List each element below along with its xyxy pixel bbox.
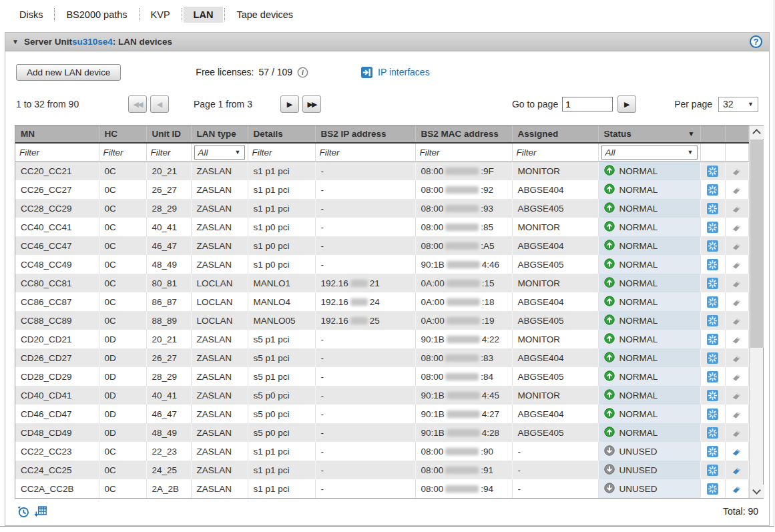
lan-connections-icon[interactable]	[707, 166, 718, 176]
lan-connections-icon[interactable]	[707, 259, 718, 269]
ip-interfaces-link[interactable]: IP interfaces	[360, 66, 430, 79]
lan-connections-icon[interactable]	[707, 315, 718, 325]
cell-ip: -	[315, 199, 415, 218]
reload-history-icon[interactable]	[16, 505, 30, 519]
cell-assigned: MONITOR	[512, 330, 598, 348]
lan-connections-icon[interactable]	[707, 296, 718, 306]
lan-connections-icon[interactable]	[707, 222, 718, 232]
tab-bs2000-paths[interactable]: BS2000 paths	[56, 7, 137, 23]
export-table-icon[interactable]	[34, 505, 48, 519]
filter-input-unit_id[interactable]	[150, 147, 189, 158]
cell-status: UNUSED	[598, 479, 700, 498]
lan-connections-icon[interactable]	[707, 371, 718, 381]
tab-tape-devices[interactable]: Tape devices	[226, 7, 303, 23]
cell-mn: CC22_CC23	[15, 442, 99, 461]
filter-input-hc[interactable]	[102, 147, 144, 158]
filter-select-lan_type[interactable]: All▼	[194, 146, 245, 160]
status-normal-icon	[604, 389, 615, 402]
column-header-details[interactable]: Details	[248, 125, 315, 143]
next-page-button[interactable]: ▶	[280, 95, 299, 113]
cell-mn: CD26_CD27	[15, 348, 99, 367]
help-icon[interactable]: ?	[750, 35, 762, 48]
cell-hc: 0D	[99, 330, 146, 348]
status-normal-icon	[604, 314, 615, 327]
table-row: CC80_CC810C80_81LOCLANMANLO1192.16210A:0…	[15, 274, 748, 292]
column-header-assigned[interactable]: Assigned	[512, 125, 598, 143]
last-page-button[interactable]: ▶▶	[302, 95, 321, 113]
lan-connections-icon[interactable]	[707, 184, 718, 194]
per-page-select[interactable]: 32 ▼	[718, 97, 758, 112]
column-header-hc[interactable]: HC	[99, 125, 146, 143]
status-normal-icon	[604, 333, 615, 346]
status-normal-icon	[604, 296, 615, 308]
cell-mac: 0A:00:15	[415, 274, 512, 292]
cell-lan_type: ZASLAN	[191, 348, 248, 367]
scroll-down-button[interactable]	[750, 485, 764, 498]
cell-lan_type: ZASLAN	[191, 442, 248, 461]
cell-action-details	[700, 162, 725, 181]
cell-mn: CC86_CC87	[15, 292, 99, 311]
remove-device-icon[interactable]	[731, 446, 742, 456]
add-lan-device-button[interactable]: Add new LAN device	[16, 64, 121, 81]
column-header-mn[interactable]: MN	[15, 125, 99, 143]
lan-connections-icon[interactable]	[707, 352, 718, 362]
cell-lan_type: ZASLAN	[191, 255, 248, 274]
first-page-button[interactable]: ◀◀	[128, 95, 147, 113]
filter-input-details[interactable]	[251, 147, 312, 158]
status-label: NORMAL	[619, 185, 658, 195]
cell-details: s5 p1 pci	[248, 330, 315, 348]
filter-input-mac[interactable]	[419, 147, 507, 158]
lan-connections-icon[interactable]	[707, 446, 718, 456]
lan-connections-icon[interactable]	[707, 278, 718, 288]
column-header-mac[interactable]: BS2 MAC address	[415, 125, 512, 143]
info-icon[interactable]: i	[297, 67, 308, 78]
scrollbar-thumb[interactable]	[750, 140, 764, 348]
cell-status: NORMAL	[598, 367, 700, 386]
cell-lan_type: LOCLAN	[191, 274, 248, 292]
table-row: CD48_CD490D48_49ZASLANs5 p0 pci-90:1B4:2…	[15, 423, 748, 442]
prev-page-button[interactable]: ◀	[150, 95, 169, 113]
tab-lan[interactable]: LAN	[184, 7, 224, 23]
cell-mac: 08:00:9F	[415, 162, 512, 181]
column-header-status[interactable]: Status▼	[598, 125, 700, 143]
remove-device-icon[interactable]	[731, 465, 742, 475]
vertical-scrollbar[interactable]	[749, 125, 764, 498]
lan-connections-icon[interactable]	[707, 409, 718, 419]
cell-mn: CC20_CC21	[15, 162, 99, 181]
cell-hc: 0C	[99, 162, 146, 181]
cell-mn: CC88_CC89	[15, 311, 99, 330]
lan-connections-icon[interactable]	[707, 390, 718, 400]
filter-input-assigned[interactable]	[515, 147, 594, 158]
lan-connections-icon[interactable]	[707, 203, 718, 213]
tab-kvp[interactable]: KVP	[141, 7, 180, 23]
cell-action-remove	[725, 479, 748, 498]
column-header-unit_id[interactable]: Unit ID	[146, 125, 191, 143]
cell-assigned: MONITOR	[512, 274, 598, 292]
column-header-ip[interactable]: BS2 IP address	[315, 125, 415, 143]
filter-select-status[interactable]: All▼	[601, 146, 698, 160]
remove-device-icon[interactable]	[731, 483, 742, 493]
lan-connections-icon[interactable]	[707, 427, 718, 437]
goto-page-button[interactable]: ▶	[617, 95, 636, 113]
cell-mn: CD20_CD21	[15, 330, 99, 348]
lan-connections-icon[interactable]	[707, 483, 718, 493]
sort-desc-icon[interactable]: ▼	[688, 130, 695, 138]
lan-connections-icon[interactable]	[707, 240, 718, 250]
cell-ip: 192.1625	[315, 311, 415, 330]
collapse-icon[interactable]: ▼	[12, 38, 19, 45]
goto-page-input[interactable]	[562, 97, 613, 111]
remove-device-icon	[731, 427, 742, 437]
lan-devices-table: MNHCUnit IDLAN typeDetailsBS2 IP address…	[15, 125, 749, 498]
server-unit-link[interactable]: su310se4	[72, 37, 113, 47]
lan-connections-icon[interactable]	[707, 334, 718, 344]
lan-connections-icon[interactable]	[707, 465, 718, 475]
filter-input-mn[interactable]	[18, 147, 95, 158]
filter-input-ip[interactable]	[318, 147, 411, 158]
tab-disks[interactable]: Disks	[9, 7, 53, 23]
scroll-up-button[interactable]	[750, 125, 764, 139]
status-normal-icon	[604, 427, 615, 439]
cell-mn: CC46_CC47	[15, 236, 99, 255]
column-header-lan_type[interactable]: LAN type	[191, 125, 248, 143]
cell-ip: -	[315, 348, 415, 367]
filter-select-value: All	[198, 148, 208, 158]
